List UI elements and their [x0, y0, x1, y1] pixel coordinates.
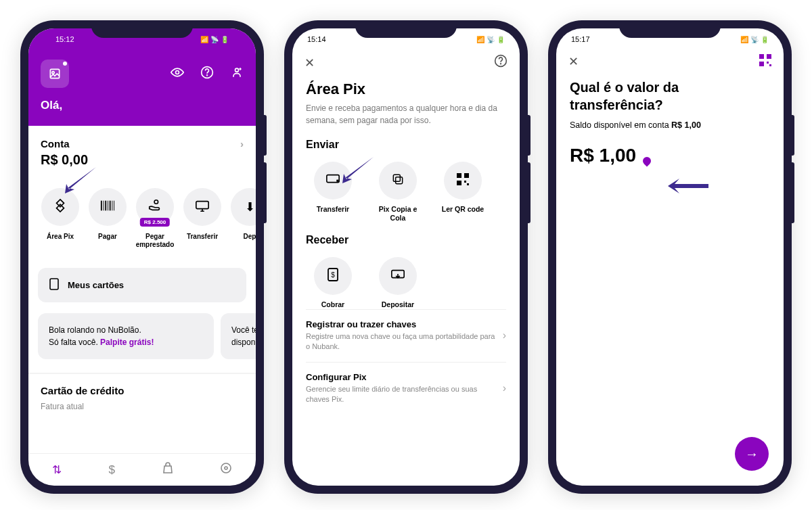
- promo-scroll[interactable]: Bola rolando no NuBolão. Só falta você. …: [28, 302, 256, 359]
- promo-link[interactable]: Palpite grátis!: [100, 338, 154, 347]
- svg-text:$: $: [331, 271, 335, 279]
- nav-money-icon[interactable]: $: [108, 463, 114, 477]
- svg-rect-9: [108, 200, 108, 210]
- svg-point-4: [207, 74, 208, 75]
- svg-point-2: [176, 70, 179, 74]
- action-transferir[interactable]: Transferir: [306, 162, 360, 222]
- credit-card-section[interactable]: Cartão de crédito Fatura atual: [28, 374, 256, 414]
- svg-rect-35: [769, 64, 771, 66]
- close-icon[interactable]: ✕: [568, 54, 579, 69]
- action-emprestado[interactable]: R$ 2.500 Pegar emprestado: [133, 188, 177, 249]
- svg-point-16: [221, 463, 231, 473]
- greeting-text: Olá,: [41, 99, 244, 112]
- action-depositar[interactable]: Depositar: [371, 257, 425, 309]
- nav-target-icon[interactable]: [220, 462, 232, 478]
- account-balance: R$ 0,00: [28, 152, 256, 168]
- my-cards-button[interactable]: Meus cartões: [38, 268, 246, 302]
- svg-rect-24: [464, 173, 469, 178]
- profile-button[interactable]: [41, 60, 69, 88]
- quick-actions-scroll[interactable]: Área Pix Pagar R$ 2.500 Pegar emprestado: [28, 168, 256, 254]
- svg-rect-33: [759, 62, 764, 66]
- action-cobrar[interactable]: $ Cobrar: [306, 257, 360, 309]
- status-time: 15:14: [307, 35, 326, 43]
- status-time: 15:12: [55, 35, 74, 43]
- status-time: 15:17: [571, 35, 590, 43]
- nav-bag-icon[interactable]: [162, 462, 173, 478]
- card-icon: [49, 277, 60, 293]
- chevron-right-icon: ›: [240, 138, 244, 149]
- svg-point-13: [154, 200, 158, 204]
- chevron-right-icon: ›: [503, 329, 506, 342]
- qr-icon[interactable]: [759, 54, 771, 69]
- setting-config-pix[interactable]: Configurar Pix Gerencie seu limite diári…: [306, 362, 506, 415]
- action-depositar[interactable]: ⬇ Dep: [227, 188, 256, 249]
- svg-rect-8: [105, 200, 106, 210]
- svg-point-17: [225, 467, 227, 469]
- action-area-pix[interactable]: Área Pix: [38, 188, 83, 249]
- arrow-right-icon: →: [745, 446, 759, 462]
- amount-input[interactable]: R$ 1,00: [570, 145, 770, 166]
- receive-actions: $ Cobrar Depositar: [306, 257, 506, 309]
- notch: [355, 20, 457, 38]
- hand-money-icon: [148, 198, 162, 216]
- charge-icon: $: [327, 267, 339, 285]
- page-title: Qual é o valor da transferência?: [570, 78, 770, 114]
- transfer-out-icon: [195, 200, 210, 215]
- setting-keys[interactable]: Registrar ou trazer chaves Registre uma …: [306, 309, 506, 362]
- svg-rect-6: [101, 200, 102, 210]
- promo-card-1[interactable]: Bola rolando no NuBolão. Só falta você. …: [38, 313, 214, 359]
- svg-rect-27: [467, 183, 469, 185]
- home-header: 15:12 📶 📡 🔋: [28, 28, 256, 126]
- account-row[interactable]: Conta ›: [28, 126, 256, 152]
- help-icon[interactable]: [494, 54, 508, 71]
- svg-rect-34: [767, 62, 769, 64]
- notch: [91, 20, 193, 38]
- help-icon[interactable]: [200, 66, 214, 83]
- loan-badge: R$ 2.500: [140, 218, 170, 227]
- svg-rect-32: [767, 54, 771, 59]
- svg-rect-26: [464, 181, 466, 183]
- phone-frame-3: 15:17 📶 📡 🔋 ✕ Qual é o valor da transfer…: [548, 20, 792, 494]
- status-icons: 📶 📡 🔋: [200, 36, 229, 43]
- action-transferir[interactable]: Transferir: [180, 188, 225, 249]
- phone-frame-1: 15:12 📶 📡 🔋: [20, 20, 264, 494]
- action-pagar[interactable]: Pagar: [85, 188, 130, 249]
- barcode-icon: [100, 200, 115, 214]
- svg-rect-7: [104, 200, 104, 210]
- receive-heading: Receber: [306, 234, 506, 246]
- svg-rect-22: [393, 175, 400, 181]
- account-label: Conta: [41, 138, 70, 149]
- bottom-nav: ⇅ $: [28, 453, 256, 486]
- page-title: Área Pix: [306, 80, 506, 98]
- promo-card-2[interactable]: Você te dispon: [221, 313, 256, 359]
- deposit-icon: [390, 269, 405, 284]
- notch: [619, 20, 721, 38]
- svg-rect-15: [50, 279, 58, 289]
- balance-info: Saldo disponível em conta R$ 1,00: [570, 120, 770, 130]
- svg-point-19: [501, 64, 501, 64]
- nav-swap-icon[interactable]: ⇅: [52, 463, 62, 477]
- svg-rect-25: [457, 181, 461, 185]
- svg-rect-0: [50, 69, 59, 78]
- visibility-icon[interactable]: [171, 66, 184, 83]
- action-copia-cola[interactable]: Pix Copia e Cola: [371, 162, 425, 222]
- action-qr[interactable]: Ler QR code: [436, 162, 490, 222]
- chevron-right-icon: ›: [503, 382, 506, 394]
- svg-rect-31: [759, 54, 764, 59]
- copy-icon: [391, 172, 405, 189]
- qr-icon: [457, 173, 469, 189]
- svg-rect-23: [457, 173, 461, 178]
- continue-fab[interactable]: →: [735, 437, 769, 471]
- invite-icon[interactable]: [230, 66, 244, 83]
- svg-rect-10: [110, 200, 111, 210]
- pix-icon: [53, 198, 68, 216]
- svg-point-5: [235, 68, 239, 72]
- page-subtitle: Envie e receba pagamentos a qualquer hor…: [306, 102, 506, 126]
- send-actions: Transferir Pix Copia e Cola Ler QR code: [306, 162, 506, 222]
- tutorial-arrow-3: [664, 169, 712, 206]
- svg-rect-21: [396, 177, 403, 183]
- deposit-icon: ⬇: [245, 200, 255, 214]
- close-icon[interactable]: ✕: [304, 55, 315, 70]
- svg-rect-12: [114, 200, 114, 210]
- send-heading: Enviar: [306, 139, 506, 151]
